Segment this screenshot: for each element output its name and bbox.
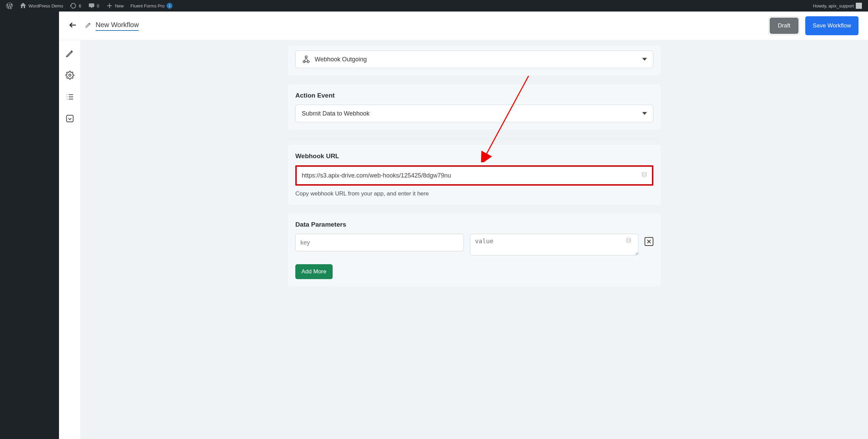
draft-button[interactable]: Draft: [770, 18, 798, 34]
caret-down-icon: [642, 111, 647, 116]
param-remove-button[interactable]: [645, 237, 653, 246]
site-name-text: WordPress Demo: [28, 3, 63, 8]
wp-logo[interactable]: [3, 0, 16, 12]
updates-count-text: 6: [79, 3, 81, 8]
pencil-icon: [85, 22, 92, 28]
data-parameters-card: Data Parameters Add More: [288, 213, 661, 287]
database-icon: [626, 237, 632, 244]
webhook-url-card: Webhook URL Copy webhook URL from your a…: [288, 145, 661, 205]
site-home-link[interactable]: WordPress Demo: [16, 0, 66, 12]
tool-steps[interactable]: [65, 92, 74, 103]
pen-icon: [65, 49, 74, 58]
plugin-badge: 1: [166, 3, 173, 9]
gear-icon: [65, 71, 74, 80]
howdy-text: Howdy, apix_support: [813, 3, 854, 8]
app-selector[interactable]: Webhook Outgoing: [295, 50, 653, 68]
plugin-label-text: Fluent Forms Pro: [131, 3, 164, 8]
action-event-title: Action Event: [295, 92, 653, 99]
back-button[interactable]: [68, 21, 77, 31]
param-key-input[interactable]: [295, 234, 464, 251]
action-event-selector[interactable]: Submit Data to Webhook: [295, 105, 653, 122]
chevron-down-box-icon: [65, 114, 74, 123]
webhook-url-input[interactable]: [297, 167, 652, 184]
action-event-card: Action Event Submit Data to Webhook: [288, 84, 661, 130]
svg-point-0: [68, 74, 71, 77]
annotation-highlight: [295, 165, 653, 186]
caret-down-icon: [642, 57, 647, 62]
list-icon: [65, 92, 74, 101]
svg-point-3: [627, 238, 631, 240]
workflow-title[interactable]: New Workflow: [96, 21, 139, 31]
refresh-icon: [70, 2, 77, 9]
wp-admin-sidebar: [0, 12, 59, 439]
avatar-icon: [856, 3, 862, 9]
comments-link[interactable]: 0: [85, 0, 103, 12]
new-label-text: New: [115, 3, 124, 8]
tool-settings[interactable]: [65, 71, 74, 81]
comment-icon: [88, 2, 95, 9]
data-source-button[interactable]: [641, 172, 647, 179]
svg-rect-1: [66, 115, 73, 122]
webhook-url-title: Webhook URL: [295, 152, 653, 160]
new-content-link[interactable]: New: [103, 0, 127, 12]
arrow-left-icon: [68, 21, 77, 29]
database-icon: [641, 172, 647, 178]
webhook-icon: [302, 55, 310, 63]
edit-title-button[interactable]: [85, 22, 92, 30]
save-workflow-button[interactable]: Save Workflow: [805, 16, 859, 35]
webhook-url-help: Copy webhook URL from your app, and ente…: [295, 190, 653, 197]
side-tools: [59, 40, 81, 439]
app-selector-label: Webhook Outgoing: [315, 56, 367, 63]
fluent-forms-link[interactable]: Fluent Forms Pro 1: [127, 0, 176, 12]
param-value-input[interactable]: [470, 234, 638, 255]
data-params-title: Data Parameters: [295, 221, 653, 228]
app-selector-card: Webhook Outgoing: [288, 46, 661, 76]
param-data-source-button[interactable]: [626, 237, 632, 245]
workflow-canvas: Webhook Outgoing Action Event Submit Dat…: [81, 40, 868, 439]
home-icon: [20, 2, 26, 9]
x-icon: [646, 239, 652, 244]
comments-count-text: 0: [97, 3, 99, 8]
svg-point-2: [642, 172, 646, 174]
draft-button-wrap: Draft: [768, 16, 800, 35]
tool-collapse[interactable]: [65, 114, 74, 124]
app-header: New Workflow Draft Save Workflow: [59, 12, 868, 40]
wp-admin-toolbar: WordPress Demo 6 0 New Fluent Forms Pro …: [0, 0, 868, 12]
tool-edit[interactable]: [65, 49, 74, 59]
action-event-selected: Submit Data to Webhook: [302, 110, 370, 117]
updates-link[interactable]: 6: [66, 0, 84, 12]
plus-icon: [106, 2, 113, 9]
add-more-button[interactable]: Add More: [295, 264, 333, 279]
howdy-account[interactable]: Howdy, apix_support: [810, 0, 865, 12]
